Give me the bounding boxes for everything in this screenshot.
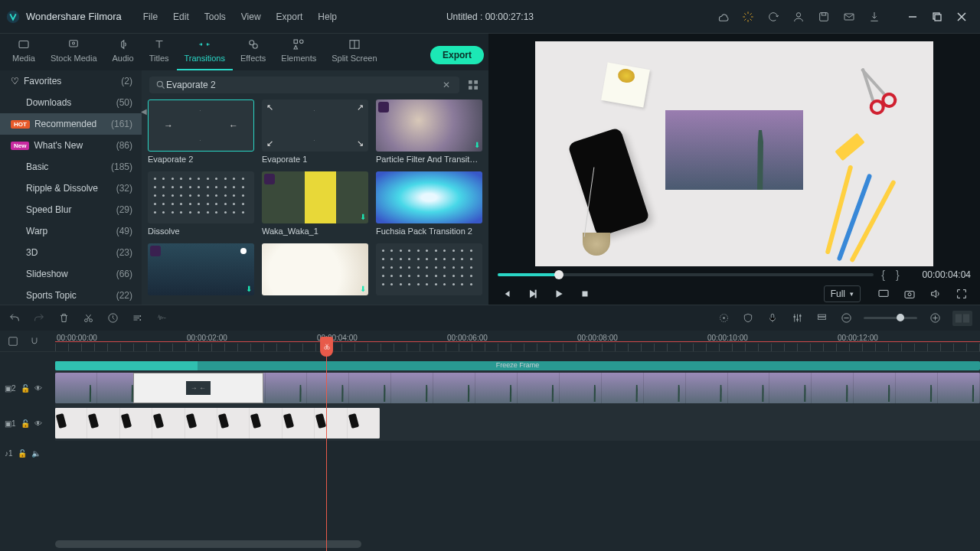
sidebar-item-favorites[interactable]: ♡Favorites(2) [0,70,142,92]
stop-button[interactable] [576,285,594,303]
tab-transitions[interactable]: Transitions [177,34,233,70]
zoom-out-button[interactable] [839,311,853,325]
menu-export[interactable]: Export [269,7,311,27]
fullscreen-button[interactable] [952,285,971,303]
snapshot-button[interactable] [900,285,919,303]
mark-out-button[interactable]: } [893,269,903,281]
export-button[interactable]: Export [430,46,484,64]
sidebar-item-3d[interactable]: 3D(23) [0,242,142,263]
tab-media[interactable]: Media [5,34,43,70]
zoom-in-button[interactable] [928,311,942,325]
zoom-fit-button[interactable] [952,311,972,326]
preview-scrubber[interactable] [498,273,874,276]
menu-help[interactable]: Help [310,7,345,27]
track-a1-body[interactable] [55,441,980,465]
sidebar-item-downloads[interactable]: Downloads(50) [0,92,142,113]
delete-button[interactable] [57,311,70,325]
redo-button[interactable] [32,311,46,325]
scrubber-head[interactable] [554,270,564,279]
maximize-button[interactable] [925,5,949,29]
menu-tools[interactable]: Tools [197,7,234,27]
track-v1-body[interactable]: table [55,406,980,441]
mixer-button[interactable] [790,311,804,325]
search-box[interactable]: ✕ [149,77,459,93]
manage-tracks-button[interactable] [815,311,828,325]
timeline-ruler[interactable]: 00:00:00:00 00:00:02:00 00:00:04:00 00:0… [55,331,980,351]
download-icon[interactable] [867,10,881,24]
sidebar-item-basic[interactable]: Basic(185) [0,156,142,178]
visibility-icon[interactable]: 👁 [34,384,42,393]
grid-view-button[interactable] [466,77,481,93]
user-icon[interactable] [792,10,805,24]
sidebar-item-ripple-dissolve[interactable]: Ripple & Dissolve(32) [0,178,142,199]
timeline-playhead[interactable] [326,352,327,551]
result-mountain[interactable]: ⬇ [148,243,254,298]
search-input[interactable] [166,80,439,90]
prev-frame-button[interactable] [498,285,516,303]
sidebar-item-sports-topic[interactable]: Sports Topic(22) [0,285,142,305]
preview-quality-select[interactable]: Full▾ [824,285,861,302]
tab-titles[interactable]: Titles [142,34,177,70]
menu-edit[interactable]: Edit [165,7,197,27]
tab-stock-media[interactable]: Stock Media [43,34,105,70]
marker-shield-button[interactable] [741,311,755,325]
mail-icon[interactable] [842,10,856,24]
playhead-handle[interactable] [320,337,333,357]
timeline-h-scrollbar[interactable] [55,540,361,548]
undo-button[interactable] [8,311,21,325]
sidebar-item-warp[interactable]: Warp(49) [0,220,142,242]
result-dissolve[interactable]: Dissolve [148,171,254,236]
result-fuchsia-pack[interactable]: Fuchsia Pack Transition 2 [376,171,482,236]
mute-icon[interactable]: 🔈 [31,449,41,458]
volume-button[interactable] [926,285,945,303]
minimize-button[interactable] [900,5,925,29]
speed-button[interactable] [106,311,119,325]
sidebar-label: Warp [26,226,47,236]
sparkle-icon[interactable] [741,10,755,24]
lock-icon[interactable]: 🔓 [21,419,30,428]
sidebar-item-whats-new[interactable]: NewWhat's New(86) [0,135,142,156]
tab-audio[interactable]: Audio [105,34,142,70]
result-evaporate-1[interactable]: ↖↗↙↘Evaporate 1 [262,99,368,164]
menu-view[interactable]: View [234,7,269,27]
play-button[interactable] [550,285,568,303]
sidebar-item-slideshow[interactable]: Slideshow(66) [0,263,142,285]
track-v2-body[interactable]: Freeze Frame ▸Statue of Liberty → ← [55,370,980,406]
clip-table[interactable]: table [55,408,380,439]
result-cream[interactable]: ⬇ [262,243,368,298]
clip-teal-bar[interactable]: Freeze Frame [55,361,980,370]
close-button[interactable] [949,5,974,29]
result-dots-2[interactable] [376,243,482,298]
audio-button[interactable] [155,311,168,325]
crop-button[interactable] [130,311,144,325]
result-particle-filter[interactable]: ⬇Particle Filter And Transit… [376,99,482,164]
tab-effects[interactable]: Effects [233,34,273,70]
display-toggle-button[interactable] [874,285,893,303]
cloud-icon[interactable] [716,10,730,24]
split-button[interactable] [81,311,95,325]
zoom-slider[interactable] [864,317,917,319]
play-pause-button[interactable] [524,285,542,303]
voiceover-button[interactable] [766,311,779,325]
timeline-options-button[interactable] [6,334,20,348]
visibility-icon[interactable]: 👁 [34,419,42,428]
sidebar-item-speed-blur[interactable]: Speed Blur(29) [0,199,142,220]
mark-in-button[interactable]: { [878,269,888,281]
snap-button[interactable] [28,334,41,348]
render-button[interactable] [717,311,730,325]
lock-icon[interactable]: 🔓 [21,384,30,393]
collapse-sidebar-icon[interactable]: ◀ [141,107,147,116]
transition-clip[interactable]: → ← [133,373,263,403]
preview-canvas[interactable] [535,41,933,266]
menu-file[interactable]: File [136,7,165,27]
tab-elements[interactable]: Elements [273,34,324,70]
zoom-head[interactable] [897,314,904,321]
result-evaporate-2[interactable]: →←Evaporate 2 [148,99,254,164]
result-waka-waka[interactable]: ⬇Waka_Waka_1 [262,171,368,236]
clear-search-button[interactable]: ✕ [439,80,453,90]
sidebar-item-recommended[interactable]: HOTRecommended(161) [0,113,142,135]
refresh-icon[interactable] [766,10,780,24]
tab-split-screen[interactable]: Split Screen [324,34,384,70]
save-icon[interactable] [817,10,831,24]
lock-icon[interactable]: 🔓 [18,449,27,458]
